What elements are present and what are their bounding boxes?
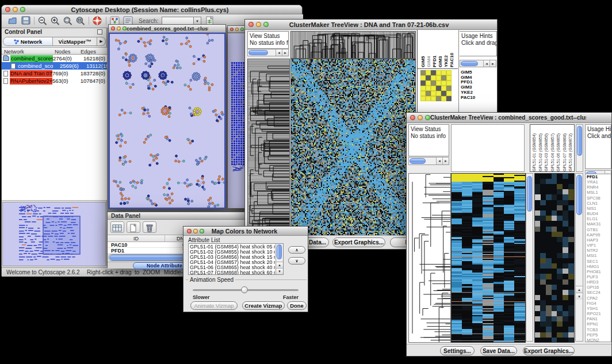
zoom-window-icon[interactable] [263, 22, 269, 27]
attribute-item[interactable]: GPL51-07 (GSM868) heat shock 60 min [190, 270, 275, 275]
network-row[interactable]: DNA and Tran 07769(0)183728(0) [2, 70, 107, 77]
minimize-icon[interactable] [235, 28, 239, 31]
hscroll-thumb[interactable] [248, 50, 268, 55]
scroll-down-icon[interactable]: ▼ [576, 293, 583, 300]
close-icon[interactable] [248, 22, 254, 27]
attribute-vscroll[interactable]: ▲ ▼ [276, 244, 283, 274]
matrix-cell[interactable] [446, 70, 452, 75]
dna-heatmap[interactable] [290, 59, 416, 237]
matrix-cell[interactable] [431, 81, 436, 86]
matrix-cell[interactable] [420, 96, 426, 101]
matrix-cell[interactable] [426, 96, 431, 101]
matrix-cell[interactable] [441, 81, 446, 86]
delete-attribute-button[interactable] [143, 221, 156, 233]
scroll-up-icon[interactable]: ▲ [576, 286, 583, 293]
close-icon[interactable] [5, 7, 10, 12]
tab-overflow-arrow[interactable]: ▶ [97, 37, 105, 45]
close-icon[interactable] [187, 229, 192, 233]
matrix-cell[interactable] [420, 81, 426, 86]
dna-usage-hscroll[interactable]: ◄ ► [460, 60, 496, 67]
scroll-left-icon[interactable]: ◄ [436, 158, 442, 164]
help-icon[interactable] [92, 16, 103, 26]
attribute-item[interactable]: GPL51-03 (GSM856) heat shock 15 min [190, 255, 275, 260]
matrix-cell[interactable] [446, 91, 452, 96]
minimize-icon[interactable] [256, 22, 261, 27]
scroll-up-icon[interactable]: ▲ [276, 262, 283, 268]
zoom-in-icon[interactable] [50, 16, 61, 26]
scroll-left-icon[interactable]: ◄ [483, 60, 489, 67]
overview-canvas[interactable] [3, 202, 105, 266]
treeview-combined-titlebar[interactable]: ClusterMaker TreeView : combined_scores_… [407, 113, 611, 123]
matrix-cell[interactable] [441, 86, 446, 91]
dna-view-hscroll[interactable]: ◄ ► [247, 49, 289, 56]
matrix-cell[interactable] [426, 86, 431, 91]
matrix-cell[interactable] [431, 91, 436, 96]
matrix-cell[interactable] [446, 75, 452, 81]
move-up-button[interactable]: ∧ [288, 246, 305, 254]
create-vizmapbutton[interactable]: Create Vizmap [242, 301, 285, 310]
close-icon[interactable] [410, 115, 415, 120]
network-row[interactable]: RNAPuberNov2+563(0)107847(0) [2, 77, 107, 85]
open-session-button[interactable] [7, 16, 18, 25]
tab-vizmapper[interactable]: VizMapper™ [53, 37, 97, 45]
matrix-cell[interactable] [426, 70, 431, 75]
zoom-window-icon[interactable] [123, 26, 127, 30]
attribute-item[interactable]: GPL51-02 (GSM855) heat shock 10 min [190, 250, 275, 255]
matrix-cell[interactable] [436, 75, 441, 81]
comb-view-hscroll[interactable]: ◄ ► [408, 157, 449, 165]
matrix-cell[interactable] [431, 86, 436, 91]
scroll-right-icon[interactable]: ► [442, 158, 449, 164]
scroll-right-icon[interactable]: ► [282, 49, 288, 56]
zoom-window-icon[interactable] [240, 28, 244, 31]
matrix-cell[interactable] [446, 81, 452, 86]
treeview-dna-titlebar[interactable]: ClusterMaker TreeView : DNA and Tran 07-… [245, 20, 497, 30]
matrix-cell[interactable] [436, 91, 441, 96]
comb-heatmap[interactable] [451, 173, 526, 343]
network-row[interactable]: combined_sco2569(6)13112(15) [2, 62, 107, 70]
comb-gene-vscroll[interactable]: ▲ ▼ [575, 173, 583, 342]
vscroll-thumb[interactable] [527, 176, 532, 212]
select-attributes-button[interactable] [110, 221, 124, 233]
tab-network[interactable]: Network [3, 37, 53, 45]
dialog-titlebar[interactable]: Map Colors to Network [183, 227, 308, 236]
minimize-icon[interactable] [13, 7, 18, 12]
dna-column-dendrogram[interactable] [290, 31, 416, 59]
comb-top-vscroll[interactable] [576, 124, 583, 172]
matrix-cell[interactable] [431, 75, 436, 81]
zoom-selected-icon[interactable] [63, 16, 74, 26]
attribute-list[interactable]: GPL51-01 (GSM854) heat shock 05 minGPL51… [188, 243, 284, 275]
minimize-icon[interactable] [418, 115, 423, 120]
close-icon[interactable] [230, 28, 234, 31]
matrix-cell[interactable] [436, 81, 441, 86]
zoom-fit-icon[interactable] [75, 16, 86, 26]
matrix-cell[interactable] [436, 96, 441, 101]
matrix-cell[interactable] [431, 70, 436, 75]
minimize-icon[interactable] [117, 26, 121, 30]
matrix-cell[interactable] [420, 70, 426, 75]
comb-heat-vscroll[interactable] [526, 173, 533, 342]
network-titlebar[interactable]: combined_scores_good.txt--cluste... [109, 25, 225, 33]
treeview-button[interactable]: Export Graphics... [332, 237, 385, 247]
slider-thumb[interactable] [241, 286, 248, 293]
vscroll-thumb[interactable] [277, 244, 282, 259]
treeview-button[interactable]: Settings... [440, 346, 475, 355]
float-panel-icon[interactable] [97, 29, 102, 35]
matrix-cell[interactable] [446, 96, 452, 101]
attribute-item[interactable]: GPL51-04 (GSM857) heat shock 20 min [190, 260, 275, 265]
zoom-window-icon[interactable] [20, 7, 25, 12]
animation-slider[interactable] [193, 286, 299, 293]
matrix-cell[interactable] [441, 70, 446, 75]
matrix-cell[interactable] [420, 91, 426, 96]
save-session-button[interactable] [21, 16, 31, 25]
hscroll-thumb[interactable] [410, 158, 426, 164]
attribute-item[interactable]: GPL51-06 (GSM865) heat shock 40 min [190, 265, 275, 270]
network-row[interactable]: combined_scores2764(0)16218(0) [2, 55, 107, 62]
create-attribute-button[interactable] [127, 221, 140, 233]
matrix-cell[interactable] [420, 86, 426, 91]
network-canvas[interactable] [110, 34, 224, 208]
minimize-icon[interactable] [193, 229, 198, 233]
vscroll-thumb[interactable] [576, 175, 582, 215]
treeview-button[interactable]: Save Data... [480, 346, 517, 355]
dna-row-dendrogram[interactable] [247, 59, 290, 237]
matrix-cell[interactable] [441, 96, 446, 101]
